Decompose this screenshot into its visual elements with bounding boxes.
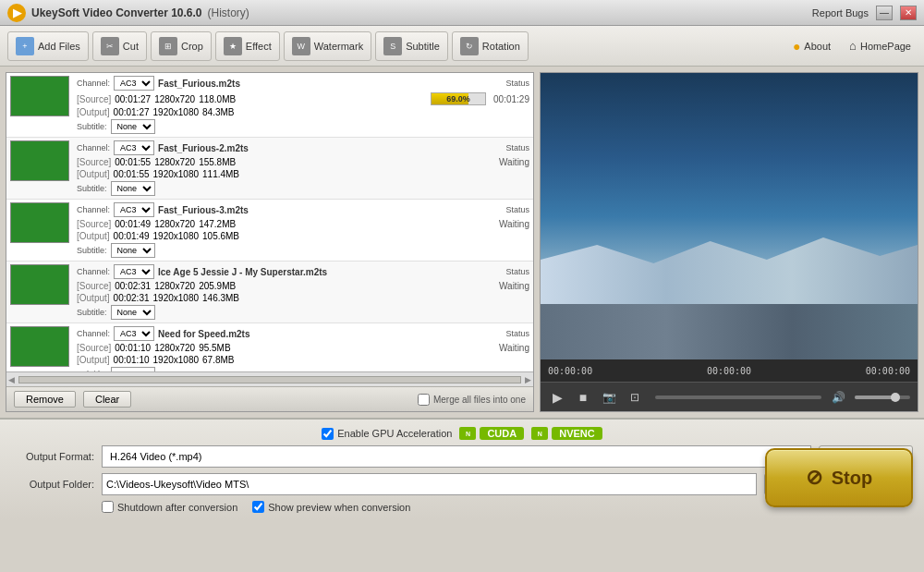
channel-select[interactable]: AC3	[114, 264, 154, 279]
toolbar-right: ● About ⌂ HomePage	[787, 37, 917, 55]
play-button[interactable]: ▶	[548, 388, 566, 407]
fullscreen-button[interactable]: ⊡	[626, 388, 644, 407]
video-time-bar: 00:00:00 00:00:00 00:00:00	[541, 359, 918, 382]
cuda-badge: CUDA	[480, 427, 524, 440]
video-time-total: 00:00:00	[866, 366, 910, 376]
stop-button[interactable]: ■	[574, 388, 592, 407]
file-info: Channel: AC3 Fast_Furious-2.m2ts Status …	[77, 140, 529, 196]
preview-label: Show preview when conversion	[268, 502, 410, 513]
volume-icon: 🔊	[829, 388, 847, 407]
homepage-button[interactable]: ⌂ HomePage	[844, 37, 917, 55]
volume-fill	[855, 396, 894, 399]
file-info: Channel: AC3 Ice Age 5 Jessie J - My Sup…	[77, 264, 529, 320]
file-info: Channel: AC3 Fast_Furious.m2ts Status [S…	[77, 76, 529, 134]
cut-button[interactable]: ✂ Cut	[92, 31, 147, 61]
nvidia-cuda-icon: N	[459, 427, 476, 440]
list-item[interactable]: Channel: AC3 Fast_Furious-3.m2ts Status …	[6, 200, 533, 262]
toolbar: + Add Files ✂ Cut ⊞ Crop ★ Effect W Wate…	[0, 26, 924, 67]
format-select[interactable]: H.264 Video (*.mp4)	[102, 445, 811, 468]
subtitle-select[interactable]: None	[111, 181, 155, 196]
file-thumbnail	[10, 264, 69, 305]
shutdown-option[interactable]: Shutdown after conversion	[102, 501, 237, 513]
list-item[interactable]: Channel: AC3 Fast_Furious.m2ts Status [S…	[6, 73, 533, 138]
close-button[interactable]: ✕	[900, 6, 917, 20]
toolbar-left: + Add Files ✂ Cut ⊞ Crop ★ Effect W Wate…	[7, 31, 529, 61]
gpu-checkbox[interactable]	[322, 428, 334, 440]
app-title: UkeySoft Video Converter 10.6.0	[31, 6, 202, 19]
file-thumbnail	[10, 76, 69, 116]
folder-input[interactable]	[102, 473, 757, 495]
video-progress-track[interactable]	[655, 396, 821, 399]
minimize-button[interactable]: —	[876, 6, 893, 20]
shutdown-checkbox[interactable]	[102, 501, 114, 513]
progress-bar: 69.0%	[431, 92, 486, 105]
add-files-button[interactable]: + Add Files	[7, 31, 89, 61]
merge-checkbox[interactable]	[418, 394, 430, 406]
list-item[interactable]: Channel: AC3 Fast_Furious-2.m2ts Status …	[6, 138, 533, 200]
gpu-row: Enable GPU Acceleration N CUDA N NVENC	[11, 427, 913, 440]
channel-select[interactable]: AC3	[114, 140, 154, 155]
merge-label: Merge all files into one	[433, 395, 526, 405]
file-thumbnail	[10, 202, 69, 243]
subtitle-icon: S	[383, 37, 402, 55]
crop-button[interactable]: ⊞ Crop	[151, 31, 212, 61]
history-label: (History)	[208, 6, 249, 19]
channel-select[interactable]: AC3	[114, 202, 154, 217]
stop-convert-button[interactable]: ⊘ Stop	[765, 448, 913, 507]
file-name: Fast_Furious.m2ts	[158, 79, 502, 89]
file-thumbnail	[10, 140, 69, 181]
clear-button[interactable]: Clear	[83, 391, 131, 408]
bottom-bar: Enable GPU Acceleration N CUDA N NVENC O…	[0, 418, 924, 520]
list-item[interactable]: Channel: AC3 Need for Speed.m2ts Status …	[6, 323, 533, 371]
stop-label: Stop	[832, 468, 872, 489]
gpu-label: Enable GPU Acceleration	[337, 428, 452, 439]
subtitle-select[interactable]: None	[111, 243, 155, 258]
horizontal-scrollbar[interactable]: ◀ ▶	[6, 371, 533, 386]
file-info: Channel: AC3 Fast_Furious-3.m2ts Status …	[77, 202, 529, 258]
video-preview	[541, 73, 918, 359]
about-icon: ●	[793, 39, 800, 54]
report-bugs-link[interactable]: Report Bugs	[812, 7, 869, 18]
title-bar-right: Report Bugs — ✕	[812, 6, 917, 20]
file-list-scroll[interactable]: Channel: AC3 Fast_Furious.m2ts Status [S…	[6, 73, 533, 371]
file-name: Fast_Furious-2.m2ts	[158, 143, 502, 153]
format-label: Output Format:	[11, 451, 94, 462]
channel-select[interactable]: AC3	[114, 76, 154, 91]
merge-checkbox-area[interactable]: Merge all files into one	[418, 394, 526, 406]
file-name: Ice Age 5 Jessie J - My Superstar.m2ts	[158, 267, 502, 277]
subtitle-button[interactable]: S Subtitle	[375, 31, 448, 61]
volume-thumb	[891, 393, 900, 402]
file-thumbnail	[10, 326, 69, 367]
folder-label: Output Folder:	[11, 479, 94, 490]
video-time-middle: 00:00:00	[707, 366, 751, 376]
list-item[interactable]: Channel: AC3 Ice Age 5 Jessie J - My Sup…	[6, 262, 533, 323]
file-name: Fast_Furious-3.m2ts	[158, 205, 502, 215]
nvidia-nvenc-icon: N	[531, 427, 548, 440]
about-button[interactable]: ● About	[787, 37, 836, 55]
stop-button-area: ⊘ Stop	[765, 448, 913, 507]
preview-checkbox[interactable]	[252, 501, 264, 513]
subtitle-select[interactable]: None	[111, 305, 155, 320]
stop-icon: ⊘	[806, 466, 822, 490]
screenshot-button[interactable]: 📷	[600, 388, 618, 407]
watermark-button[interactable]: W Watermark	[284, 31, 371, 61]
watermark-icon: W	[292, 37, 310, 55]
remove-button[interactable]: Remove	[14, 391, 76, 408]
title-bar: ▶ UkeySoft Video Converter 10.6.0 (Histo…	[0, 0, 924, 26]
preview-option[interactable]: Show preview when conversion	[252, 501, 410, 513]
cut-icon: ✂	[101, 37, 119, 55]
effect-button[interactable]: ★ Effect	[215, 31, 280, 61]
rotation-button[interactable]: ↻ Rotation	[452, 31, 529, 61]
nvenc-badge: NVENC	[552, 427, 602, 440]
video-content	[541, 73, 918, 359]
rotation-icon: ↻	[460, 37, 479, 55]
gpu-checkbox-area[interactable]: Enable GPU Acceleration	[322, 428, 452, 440]
channel-select[interactable]: AC3	[114, 326, 154, 341]
shutdown-label: Shutdown after conversion	[117, 502, 237, 513]
volume-slider[interactable]	[855, 396, 910, 399]
effect-icon: ★	[224, 37, 242, 55]
file-name: Need for Speed.m2ts	[158, 329, 502, 339]
app-logo: ▶	[7, 4, 26, 22]
video-panel: 00:00:00 00:00:00 00:00:00 ▶ ■ 📷 ⊡ 🔊	[540, 72, 918, 412]
subtitle-select[interactable]: None	[111, 119, 155, 134]
